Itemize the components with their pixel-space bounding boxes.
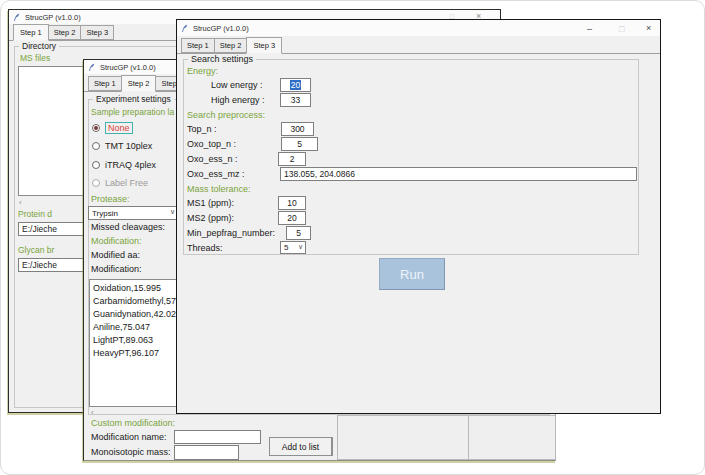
- tabbar-step3: Step 1 Step 2 Step 3: [179, 37, 281, 53]
- add-to-list-button[interactable]: Add to list: [269, 437, 333, 456]
- oxo-top-n-input[interactable]: 5: [281, 137, 318, 151]
- bottom-panel-left: [337, 415, 469, 460]
- app-feather-icon: [181, 24, 189, 33]
- tab-step1[interactable]: Step 1: [181, 38, 215, 53]
- protein-database-label: Protein d: [18, 209, 52, 219]
- modified-aa-label: Modified aa:: [91, 250, 140, 260]
- maximize-button[interactable]: □: [619, 25, 624, 34]
- protease-label: Protease:: [91, 194, 130, 204]
- tab-step2[interactable]: Step 2: [48, 25, 82, 40]
- window-step3: StrucGP (v1.0.0) – □ × Step 1 Step 2 Ste…: [176, 19, 661, 414]
- missed-cleavages-label: Missed cleavages:: [91, 222, 165, 232]
- experiment-settings-title: Experiment settings: [93, 94, 174, 104]
- radio-dot: [92, 179, 100, 187]
- search-settings-title: Search settings: [188, 54, 256, 64]
- selected-text: 20: [290, 80, 301, 90]
- threads-combobox[interactable]: 5 ∨: [280, 241, 306, 254]
- app-feather-icon: [88, 63, 96, 72]
- titlebar-step3[interactable]: StrucGP (v1.0.0) – □ ×: [177, 20, 660, 36]
- low-energy-input[interactable]: 20: [280, 78, 311, 92]
- tab-step2[interactable]: Step 2: [214, 38, 248, 53]
- oxo-ess-mz-label: Oxo_ess_mz :: [187, 169, 245, 179]
- modification-list-label: Modification:: [91, 264, 142, 274]
- window-title: StrucGP (v1.0.0): [100, 63, 156, 72]
- radio-tmt-label: TMT 10plex: [105, 141, 152, 151]
- radio-none-label: None: [105, 122, 133, 134]
- modification-section-label: Modification:: [91, 236, 142, 246]
- mass-tolerance-label: Mass tolerance:: [187, 184, 251, 194]
- tab-step1[interactable]: Step 1: [13, 24, 49, 41]
- window-title: StrucGP (v1.0.0): [193, 24, 249, 33]
- low-energy-label: Low energy :: [211, 80, 263, 90]
- ms2-ppm-input[interactable]: 20: [278, 211, 306, 225]
- ms1-ppm-input[interactable]: 10: [278, 196, 306, 210]
- radio-tmt10plex[interactable]: TMT 10plex: [92, 141, 152, 151]
- protease-value: Trypsin: [92, 209, 118, 218]
- tab-step1[interactable]: Step 1: [88, 76, 122, 91]
- radio-none[interactable]: None: [92, 122, 133, 134]
- radio-labelfree[interactable]: Label Free: [92, 178, 148, 188]
- threads-value: 5: [284, 243, 288, 252]
- radio-itraq-label: iTRAQ 4plex: [105, 160, 156, 170]
- screenshot-frame: StrucGP (v1.0.0) □ × Step 1 Step 2 Step …: [0, 0, 705, 475]
- tabbar-step1: Step 1 Step 2 Step 3: [11, 24, 113, 40]
- modification-name-input[interactable]: [174, 430, 261, 444]
- top-n-input[interactable]: 300: [281, 122, 314, 136]
- energy-section-label: Energy:: [187, 66, 218, 76]
- radio-labelfree-label: Label Free: [105, 178, 148, 188]
- monoisotopic-mass-input[interactable]: [174, 445, 239, 460]
- threads-label: Threads:: [187, 243, 223, 253]
- chevron-down-icon: ∨: [170, 208, 175, 216]
- radio-dot: [92, 142, 100, 150]
- oxo-ess-n-input[interactable]: 2: [278, 152, 306, 166]
- glycan-database-label: Glycan br: [18, 245, 54, 255]
- close-button[interactable]: ×: [646, 24, 651, 33]
- bottom-panel-right: [468, 415, 556, 460]
- minimize-button[interactable]: –: [587, 25, 592, 34]
- scroll-left-icon[interactable]: ‹: [91, 409, 94, 417]
- custom-modification-label: Custom modification:: [91, 418, 175, 428]
- search-preprocess-label: Search preprocess:: [187, 110, 265, 120]
- high-energy-input[interactable]: 33: [280, 93, 311, 107]
- oxo-ess-n-label: Oxo_ess_n :: [187, 154, 238, 164]
- sample-preparation-label: Sample preparation la: [91, 107, 174, 117]
- scroll-left-icon[interactable]: ‹: [19, 199, 22, 207]
- tab-step3[interactable]: Step 3: [80, 25, 114, 40]
- run-button[interactable]: Run: [379, 258, 445, 290]
- tab-step3[interactable]: Step 3: [246, 37, 282, 54]
- ms-files-label: MS files: [20, 53, 50, 63]
- radio-dot: [92, 161, 100, 169]
- window-title: StrucGP (v1.0.0): [25, 13, 81, 22]
- chevron-down-icon: ∨: [298, 243, 303, 251]
- oxo-top-n-label: Oxo_top_n :: [187, 139, 236, 149]
- directory-group-title: Directory: [19, 41, 59, 51]
- high-energy-label: High energy :: [211, 95, 265, 105]
- oxo-ess-mz-input[interactable]: 138.055, 204.0866: [280, 167, 637, 181]
- ms2-ppm-label: MS2 (ppm):: [187, 213, 234, 223]
- protease-combobox[interactable]: Trypsin ∨: [88, 206, 178, 220]
- monoisotopic-mass-label: Monoisotopic mass:: [91, 447, 171, 457]
- min-pepfrag-label: Min_pepfrag_number:: [187, 228, 275, 238]
- ms1-ppm-label: MS1 (ppm):: [187, 198, 234, 208]
- min-pepfrag-input[interactable]: 5: [286, 226, 311, 240]
- radio-itraq4plex[interactable]: iTRAQ 4plex: [92, 160, 156, 170]
- app-feather-icon: [13, 13, 21, 22]
- modification-name-label: Modification name:: [91, 432, 167, 442]
- radio-dot: [92, 124, 100, 132]
- top-n-label: Top_n :: [187, 124, 217, 134]
- tab-step2[interactable]: Step 2: [121, 75, 157, 92]
- tabbar-step2: Step 1 Step 2 Step 3: [86, 75, 188, 91]
